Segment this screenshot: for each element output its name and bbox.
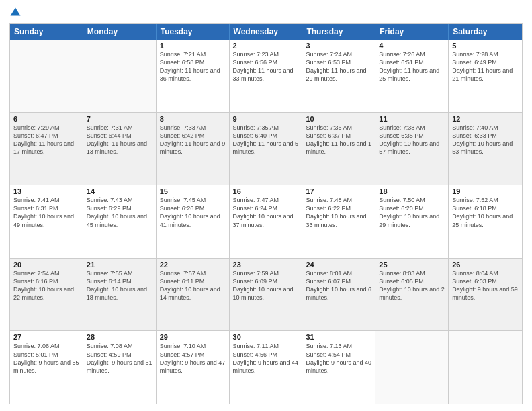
cell-info: Sunrise: 7:48 AM Sunset: 6:22 PM Dayligh… bbox=[306, 196, 371, 229]
cell-info: Sunrise: 7:11 AM Sunset: 4:56 PM Dayligh… bbox=[233, 342, 299, 375]
calendar-cell: 4Sunrise: 7:26 AM Sunset: 6:51 PM Daylig… bbox=[375, 40, 449, 112]
day-number: 7 bbox=[87, 115, 152, 123]
cell-info: Sunrise: 7:10 AM Sunset: 4:57 PM Dayligh… bbox=[160, 342, 226, 375]
calendar-cell: 17Sunrise: 7:48 AM Sunset: 6:22 PM Dayli… bbox=[302, 185, 375, 258]
calendar-cell: 10Sunrise: 7:36 AM Sunset: 6:37 PM Dayli… bbox=[302, 113, 375, 185]
cell-info: Sunrise: 7:36 AM Sunset: 6:37 PM Dayligh… bbox=[306, 124, 371, 156]
calendar-header-cell: Tuesday bbox=[157, 24, 230, 40]
svg-marker-0 bbox=[11, 8, 21, 16]
calendar-cell: 14Sunrise: 7:43 AM Sunset: 6:29 PM Dayli… bbox=[83, 185, 157, 258]
day-number: 16 bbox=[233, 187, 299, 195]
calendar-cell: 12Sunrise: 7:40 AM Sunset: 6:33 PM Dayli… bbox=[449, 113, 522, 185]
cell-info: Sunrise: 7:08 AM Sunset: 4:59 PM Dayligh… bbox=[87, 342, 152, 375]
calendar-cell: 27Sunrise: 7:06 AM Sunset: 5:01 PM Dayli… bbox=[10, 331, 83, 404]
calendar-header-cell: Saturday bbox=[449, 24, 522, 40]
day-number: 8 bbox=[160, 115, 226, 123]
calendar-week-row: 6Sunrise: 7:29 AM Sunset: 6:47 PM Daylig… bbox=[10, 112, 522, 185]
logo-icon bbox=[9, 7, 21, 19]
cell-info: Sunrise: 7:28 AM Sunset: 6:49 PM Dayligh… bbox=[452, 50, 519, 83]
calendar-cell: 11Sunrise: 7:38 AM Sunset: 6:35 PM Dayli… bbox=[375, 113, 449, 185]
cell-info: Sunrise: 7:54 AM Sunset: 6:16 PM Dayligh… bbox=[13, 269, 79, 302]
day-number: 5 bbox=[452, 42, 519, 50]
cell-info: Sunrise: 7:50 AM Sunset: 6:20 PM Dayligh… bbox=[379, 196, 445, 229]
cell-info: Sunrise: 7:24 AM Sunset: 6:53 PM Dayligh… bbox=[306, 50, 371, 83]
cell-info: Sunrise: 7:55 AM Sunset: 6:14 PM Dayligh… bbox=[87, 269, 152, 302]
calendar: SundayMondayTuesdayWednesdayThursdayFrid… bbox=[9, 23, 523, 404]
calendar-cell: 23Sunrise: 7:59 AM Sunset: 6:09 PM Dayli… bbox=[230, 259, 303, 331]
cell-info: Sunrise: 7:40 AM Sunset: 6:33 PM Dayligh… bbox=[452, 124, 519, 156]
day-number: 2 bbox=[233, 42, 299, 50]
calendar-cell: 26Sunrise: 8:04 AM Sunset: 6:03 PM Dayli… bbox=[449, 259, 522, 331]
calendar-cell: 30Sunrise: 7:11 AM Sunset: 4:56 PM Dayli… bbox=[230, 331, 303, 404]
calendar-week-row: 27Sunrise: 7:06 AM Sunset: 5:01 PM Dayli… bbox=[10, 330, 522, 404]
calendar-cell: 18Sunrise: 7:50 AM Sunset: 6:20 PM Dayli… bbox=[375, 185, 449, 258]
cell-info: Sunrise: 7:38 AM Sunset: 6:35 PM Dayligh… bbox=[379, 124, 445, 156]
calendar-header-cell: Monday bbox=[83, 24, 157, 40]
calendar-cell: 9Sunrise: 7:35 AM Sunset: 6:40 PM Daylig… bbox=[230, 113, 303, 185]
calendar-week-row: 20Sunrise: 7:54 AM Sunset: 6:16 PM Dayli… bbox=[10, 258, 522, 331]
day-number: 15 bbox=[160, 187, 226, 195]
cell-info: Sunrise: 8:01 AM Sunset: 6:07 PM Dayligh… bbox=[306, 269, 371, 302]
page: SundayMondayTuesdayWednesdayThursdayFrid… bbox=[0, 0, 532, 411]
cell-info: Sunrise: 7:26 AM Sunset: 6:51 PM Dayligh… bbox=[379, 50, 445, 83]
header bbox=[9, 7, 523, 19]
calendar-cell: 16Sunrise: 7:47 AM Sunset: 6:24 PM Dayli… bbox=[230, 185, 303, 258]
cell-info: Sunrise: 7:06 AM Sunset: 5:01 PM Dayligh… bbox=[13, 342, 79, 375]
cell-info: Sunrise: 7:31 AM Sunset: 6:44 PM Dayligh… bbox=[87, 124, 152, 156]
calendar-week-row: 13Sunrise: 7:41 AM Sunset: 6:31 PM Dayli… bbox=[10, 185, 522, 258]
day-number: 27 bbox=[13, 333, 79, 341]
cell-info: Sunrise: 7:47 AM Sunset: 6:24 PM Dayligh… bbox=[233, 196, 299, 229]
day-number: 12 bbox=[452, 115, 519, 123]
cell-info: Sunrise: 7:21 AM Sunset: 6:58 PM Dayligh… bbox=[160, 50, 226, 83]
calendar-header-cell: Sunday bbox=[10, 24, 83, 40]
calendar-cell: 19Sunrise: 7:52 AM Sunset: 6:18 PM Dayli… bbox=[449, 185, 522, 258]
day-number: 24 bbox=[306, 261, 371, 269]
calendar-cell bbox=[375, 331, 449, 404]
calendar-cell: 3Sunrise: 7:24 AM Sunset: 6:53 PM Daylig… bbox=[302, 40, 375, 112]
calendar-header-row: SundayMondayTuesdayWednesdayThursdayFrid… bbox=[10, 24, 522, 40]
calendar-cell: 21Sunrise: 7:55 AM Sunset: 6:14 PM Dayli… bbox=[83, 259, 157, 331]
day-number: 30 bbox=[233, 333, 299, 341]
cell-info: Sunrise: 7:33 AM Sunset: 6:42 PM Dayligh… bbox=[160, 124, 226, 156]
cell-info: Sunrise: 7:41 AM Sunset: 6:31 PM Dayligh… bbox=[13, 196, 79, 229]
cell-info: Sunrise: 7:23 AM Sunset: 6:56 PM Dayligh… bbox=[233, 50, 299, 83]
cell-info: Sunrise: 7:13 AM Sunset: 4:54 PM Dayligh… bbox=[306, 342, 371, 375]
day-number: 31 bbox=[306, 333, 371, 341]
calendar-cell: 22Sunrise: 7:57 AM Sunset: 6:11 PM Dayli… bbox=[157, 259, 230, 331]
day-number: 17 bbox=[306, 187, 371, 195]
day-number: 26 bbox=[452, 261, 519, 269]
day-number: 6 bbox=[13, 115, 79, 123]
calendar-cell: 1Sunrise: 7:21 AM Sunset: 6:58 PM Daylig… bbox=[157, 40, 230, 112]
calendar-body: 1Sunrise: 7:21 AM Sunset: 6:58 PM Daylig… bbox=[10, 40, 522, 404]
calendar-cell bbox=[83, 40, 157, 112]
day-number: 18 bbox=[379, 187, 445, 195]
cell-info: Sunrise: 8:04 AM Sunset: 6:03 PM Dayligh… bbox=[452, 269, 519, 302]
logo bbox=[9, 7, 24, 19]
calendar-cell: 31Sunrise: 7:13 AM Sunset: 4:54 PM Dayli… bbox=[302, 331, 375, 404]
calendar-cell: 25Sunrise: 8:03 AM Sunset: 6:05 PM Dayli… bbox=[375, 259, 449, 331]
day-number: 13 bbox=[13, 187, 79, 195]
day-number: 3 bbox=[306, 42, 371, 50]
day-number: 19 bbox=[452, 187, 519, 195]
day-number: 23 bbox=[233, 261, 299, 269]
calendar-cell: 20Sunrise: 7:54 AM Sunset: 6:16 PM Dayli… bbox=[10, 259, 83, 331]
day-number: 11 bbox=[379, 115, 445, 123]
calendar-header-cell: Friday bbox=[375, 24, 449, 40]
calendar-cell: 24Sunrise: 8:01 AM Sunset: 6:07 PM Dayli… bbox=[302, 259, 375, 331]
day-number: 21 bbox=[87, 261, 152, 269]
cell-info: Sunrise: 7:35 AM Sunset: 6:40 PM Dayligh… bbox=[233, 124, 299, 156]
cell-info: Sunrise: 8:03 AM Sunset: 6:05 PM Dayligh… bbox=[379, 269, 445, 302]
calendar-cell: 7Sunrise: 7:31 AM Sunset: 6:44 PM Daylig… bbox=[83, 113, 157, 185]
day-number: 28 bbox=[87, 333, 152, 341]
calendar-cell bbox=[10, 40, 83, 112]
day-number: 22 bbox=[160, 261, 226, 269]
day-number: 9 bbox=[233, 115, 299, 123]
day-number: 1 bbox=[160, 42, 226, 50]
calendar-cell: 15Sunrise: 7:45 AM Sunset: 6:26 PM Dayli… bbox=[157, 185, 230, 258]
calendar-cell: 8Sunrise: 7:33 AM Sunset: 6:42 PM Daylig… bbox=[157, 113, 230, 185]
day-number: 14 bbox=[87, 187, 152, 195]
logo-text bbox=[9, 7, 24, 19]
cell-info: Sunrise: 7:29 AM Sunset: 6:47 PM Dayligh… bbox=[13, 124, 79, 156]
cell-info: Sunrise: 7:45 AM Sunset: 6:26 PM Dayligh… bbox=[160, 196, 226, 229]
calendar-cell: 6Sunrise: 7:29 AM Sunset: 6:47 PM Daylig… bbox=[10, 113, 83, 185]
